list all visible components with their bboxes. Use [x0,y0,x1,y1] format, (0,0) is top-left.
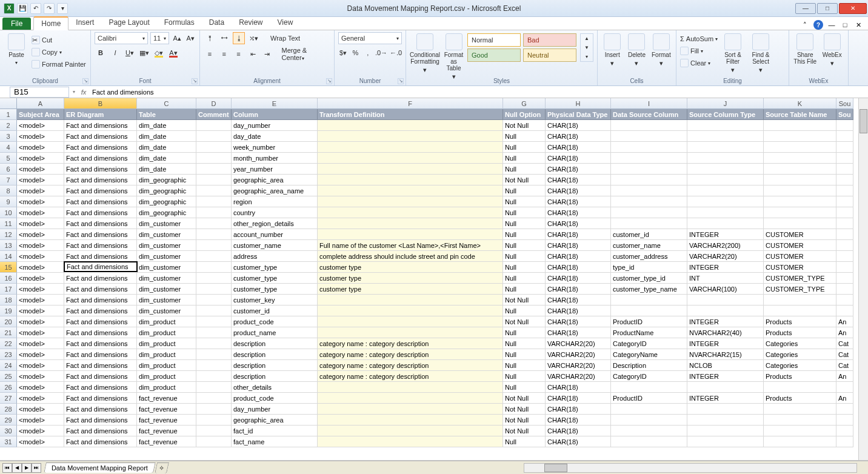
grow-font-icon[interactable]: A▴ [172,32,182,44]
cell[interactable] [318,164,503,175]
cell[interactable]: customer_id [611,229,687,240]
cell[interactable] [836,218,853,229]
underline-button[interactable]: U▾ [124,47,136,59]
horizontal-scrollbar[interactable] [524,463,857,473]
tab-data[interactable]: Data [202,16,232,30]
cell[interactable]: dim_product [137,371,196,382]
file-tab[interactable]: File [2,18,31,30]
cell[interactable] [836,142,853,153]
cell[interactable]: CHAR(18) [546,305,611,316]
cell[interactable]: CHAR(18) [546,327,611,338]
cell[interactable]: Products [764,371,836,382]
cell[interactable]: Fact and dimensions [64,284,137,295]
cell[interactable] [196,196,232,207]
select-all-corner[interactable] [0,98,17,109]
cell[interactable]: Fact and dimensions [64,436,137,447]
cell[interactable]: An [836,393,853,404]
cell[interactable] [764,207,836,218]
cell[interactable]: An [836,371,853,382]
cell[interactable]: CHAR(18) [546,436,611,447]
cell[interactable]: dim_customer [137,251,196,262]
cell[interactable] [687,164,764,175]
row-header[interactable]: 3 [0,131,17,142]
cell[interactable] [318,153,503,164]
cell[interactable]: <model> [17,185,64,196]
cell[interactable] [318,196,503,207]
cell[interactable]: Cat [836,338,853,349]
cell[interactable]: CHAR(18) [546,185,611,196]
cell[interactable] [764,404,836,415]
cell[interactable] [836,295,853,305]
cell[interactable]: customer_type_name [611,284,687,295]
mdi-close-icon[interactable]: ✕ [853,20,863,30]
cell[interactable]: fact_revenue [137,426,196,436]
cell[interactable]: other_details [232,382,318,393]
cell[interactable]: CHAR(18) [546,262,611,273]
cell[interactable]: Fact and dimensions [64,316,137,327]
cell[interactable] [196,229,232,240]
cell[interactable]: Null [503,360,546,371]
table-header-cell[interactable]: Source Table Name [764,109,836,120]
cell[interactable] [318,131,503,142]
cell[interactable]: <model> [17,316,64,327]
tab-review[interactable]: Review [232,16,270,30]
column-header[interactable]: A [17,98,64,109]
cell[interactable]: Null [503,153,546,164]
cell[interactable] [196,153,232,164]
cell[interactable]: Fact and dimensions [64,349,137,360]
cell[interactable]: <model> [17,338,64,349]
cell[interactable]: ProductName [611,327,687,338]
cell[interactable] [836,382,853,393]
cell[interactable]: Fact and dimensions [64,164,137,175]
cell[interactable] [196,240,232,251]
cell[interactable]: geographic_area [232,175,318,185]
font-size-select[interactable]: 11▾ [150,32,169,44]
cell[interactable] [764,164,836,175]
table-header-cell[interactable]: Physical Data Type [546,109,611,120]
cell[interactable] [764,142,836,153]
cell[interactable]: category name : category description [318,349,503,360]
cell[interactable] [196,273,232,284]
cell[interactable]: Cat [836,360,853,371]
cell[interactable]: Null [503,338,546,349]
cell[interactable] [687,305,764,316]
cell[interactable]: INTEGER [687,229,764,240]
vertical-scrollbar[interactable] [858,98,868,460]
cell[interactable]: VARCHAR2(20) [546,360,611,371]
cell[interactable]: Fact and dimensions [64,305,137,316]
cell[interactable]: fact_revenue [137,415,196,426]
styles-scroll-up-icon[interactable]: ▲ [581,34,593,43]
cell[interactable]: dim_geographic [137,175,196,185]
cell[interactable]: dim_geographic [137,196,196,207]
cell[interactable]: Fact and dimensions [64,426,137,436]
cell[interactable]: Fact and dimensions [64,371,137,382]
cell[interactable] [764,153,836,164]
cell[interactable] [836,415,853,426]
cell[interactable] [687,196,764,207]
cell[interactable] [196,404,232,415]
cell[interactable] [196,360,232,371]
row-header[interactable]: 17 [0,284,17,295]
column-header[interactable]: D [196,98,232,109]
cell[interactable] [836,251,853,262]
cell[interactable]: fact_name [232,436,318,447]
row-header[interactable]: 10 [0,207,17,218]
cell[interactable]: complete address should include street a… [318,251,503,262]
new-sheet-button[interactable]: ✧ [155,462,169,473]
mdi-min-icon[interactable]: — [827,20,836,30]
cell[interactable]: <model> [17,240,64,251]
cell[interactable]: customer_address [611,251,687,262]
cell[interactable] [611,415,687,426]
cell[interactable]: dim_customer [137,273,196,284]
cell[interactable]: <model> [17,164,64,175]
row-header[interactable]: 11 [0,218,17,229]
cell[interactable]: Null [503,284,546,295]
cell[interactable] [196,120,232,131]
cell[interactable]: Fact and dimensions [64,261,138,272]
cell[interactable]: Fact and dimensions [64,218,137,229]
cell[interactable]: Not Null [503,415,546,426]
cell[interactable]: customer type [318,262,503,273]
cell[interactable]: day_number [232,404,318,415]
cell[interactable] [196,371,232,382]
cell[interactable]: <model> [17,273,64,284]
